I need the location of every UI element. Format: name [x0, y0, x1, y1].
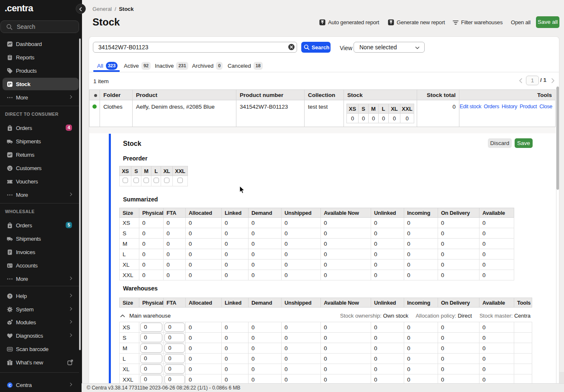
- svg-text:?: ?: [9, 294, 11, 298]
- svg-text:C: C: [8, 383, 11, 387]
